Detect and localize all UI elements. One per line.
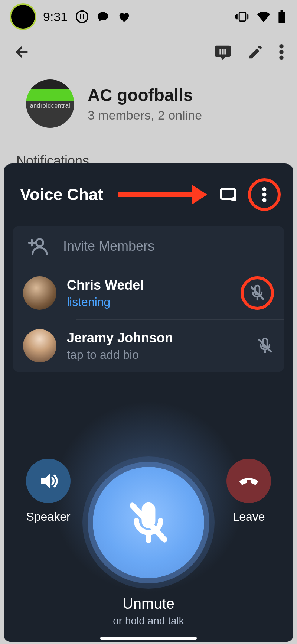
svg-point-16	[262, 198, 267, 202]
voice-chat-title: Voice Chat	[20, 185, 103, 204]
battery-icon	[278, 10, 286, 24]
annotation-circle-mic	[241, 276, 274, 310]
unmute-button[interactable]	[93, 467, 204, 578]
voice-chat-more-icon[interactable]	[262, 186, 267, 203]
svg-point-10	[279, 50, 284, 54]
leave-control: Leave	[226, 459, 271, 524]
participants-panel: Invite Members Chris Wedel listening Jer…	[13, 226, 284, 372]
svg-rect-6	[219, 49, 221, 54]
svg-rect-2	[83, 14, 84, 19]
edit-pencil-icon[interactable]	[247, 43, 264, 61]
svg-rect-5	[281, 10, 283, 12]
svg-rect-8	[224, 49, 226, 54]
svg-point-15	[262, 193, 267, 197]
participant-status: listening	[67, 295, 230, 309]
vibrate-icon	[235, 11, 249, 22]
mic-muted-icon[interactable]	[256, 337, 274, 355]
svg-rect-4	[278, 12, 285, 23]
live-stream-icon[interactable]	[213, 42, 232, 62]
status-bar: 9:31	[0, 0, 297, 33]
chat-bubble-icon	[97, 10, 109, 23]
svg-rect-3	[239, 12, 246, 21]
participant-avatar	[23, 276, 56, 310]
group-avatar: androidcentral	[26, 79, 74, 128]
svg-point-14	[262, 187, 267, 191]
annotation-arrow-icon	[111, 189, 207, 200]
home-indicator[interactable]	[100, 637, 197, 640]
svg-point-9	[279, 44, 284, 49]
participant-row[interactable]: Chris Wedel listening	[13, 267, 284, 319]
participant-name: Chris Wedel	[67, 277, 230, 293]
participant-name: Jeramy Johnson	[67, 330, 246, 346]
heart-icon	[117, 10, 130, 23]
unmute-label: Unmute	[123, 595, 174, 612]
mic-muted-large-icon	[124, 498, 173, 547]
participant-status: tap to add bio	[67, 348, 246, 362]
svg-rect-1	[80, 14, 81, 19]
mic-muted-icon[interactable]	[248, 284, 266, 302]
speaker-icon	[37, 470, 59, 492]
invite-person-icon	[27, 237, 48, 256]
unmute-control: Unmute or hold and talk	[93, 459, 204, 627]
voice-chat-controls: Speaker Unmute or hold and talk Leave	[4, 459, 293, 627]
unmute-sublabel: or hold and talk	[113, 615, 184, 627]
hangup-icon	[237, 469, 260, 492]
group-title: AC goofballs	[88, 85, 202, 105]
status-time: 9:31	[43, 10, 68, 24]
app-topbar	[0, 33, 297, 71]
group-header[interactable]: androidcentral AC goofballs 3 members, 2…	[0, 71, 297, 143]
speaker-button[interactable]	[26, 459, 71, 503]
pause-circle-icon	[76, 10, 88, 23]
participant-avatar	[23, 329, 56, 362]
leave-label: Leave	[232, 510, 265, 524]
participant-row[interactable]: Jeramy Johnson tap to add bio	[13, 319, 284, 372]
svg-point-0	[76, 11, 88, 22]
more-vert-icon[interactable]	[279, 43, 284, 61]
voice-chat-sheet: Voice Chat Invite Members Chris Wedel li…	[4, 163, 293, 642]
svg-point-13	[231, 197, 236, 201]
leave-button[interactable]	[226, 459, 271, 503]
wifi-icon	[256, 11, 271, 23]
svg-point-11	[279, 56, 284, 60]
speaker-control: Speaker	[26, 459, 71, 524]
svg-rect-7	[222, 49, 224, 54]
group-subtitle: 3 members, 2 online	[88, 108, 202, 123]
voice-chat-header: Voice Chat	[4, 163, 293, 222]
annotation-circle-more	[248, 178, 281, 211]
speaker-label: Speaker	[26, 510, 70, 524]
svg-point-17	[36, 239, 43, 246]
profile-story-ring-icon	[11, 5, 35, 29]
back-arrow-icon[interactable]	[13, 43, 30, 61]
invite-members-row[interactable]: Invite Members	[13, 226, 284, 267]
screen-share-icon[interactable]	[220, 188, 236, 201]
invite-members-label: Invite Members	[63, 238, 154, 254]
